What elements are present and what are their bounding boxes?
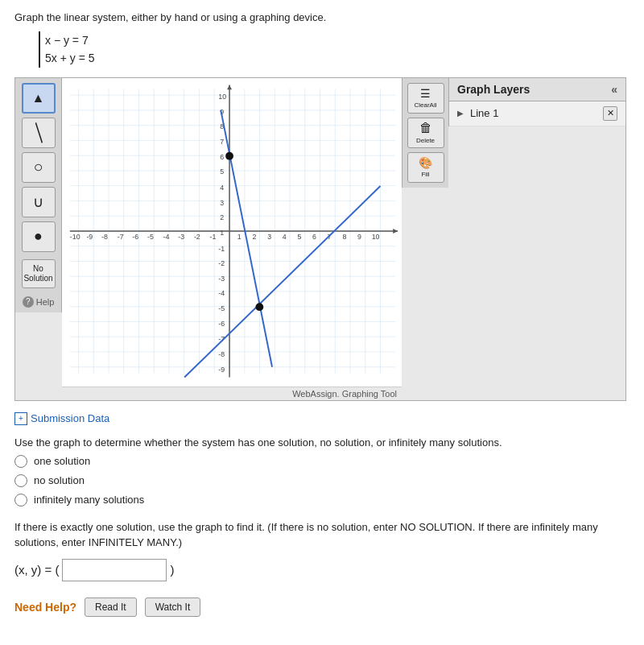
svg-text:5: 5 xyxy=(297,233,301,241)
graph-layers-header: Graph Layers « xyxy=(449,78,625,101)
line-icon: ╱ xyxy=(28,122,48,143)
svg-text:3: 3 xyxy=(267,233,271,241)
fill-button[interactable]: 🎨 Fill xyxy=(407,152,444,183)
svg-text:6: 6 xyxy=(312,233,316,241)
svg-marker-43 xyxy=(227,85,232,89)
submission-data-link[interactable]: + Submission Data xyxy=(14,412,630,425)
solution-question-prompt: Use the graph to determine whether the s… xyxy=(14,436,630,449)
svg-text:10: 10 xyxy=(372,233,380,241)
svg-text:2: 2 xyxy=(253,233,257,241)
line-eq1 xyxy=(184,186,380,377)
radio-infinitely-many-label: infinitely many solutions xyxy=(34,494,144,506)
svg-text:2: 2 xyxy=(220,213,224,221)
upper-point xyxy=(225,152,233,160)
radio-option-one-solution: one solution xyxy=(14,455,630,468)
help-link[interactable]: ? Help xyxy=(23,296,55,308)
svg-text:-1: -1 xyxy=(218,244,225,252)
xy-input-row: (x, y) = ( ) xyxy=(14,559,630,581)
watch-it-button[interactable]: Watch It xyxy=(145,597,201,617)
fill-icon: 🎨 xyxy=(419,156,432,169)
svg-text:3: 3 xyxy=(220,198,224,206)
radio-infinitely-many[interactable] xyxy=(14,494,27,506)
cursor-tool[interactable]: ▲ xyxy=(22,83,56,114)
radio-no-solution-label: no solution xyxy=(34,474,85,486)
svg-text:5: 5 xyxy=(220,167,224,176)
graph-svg[interactable]: -10 -9 -8 -7 -6 -5 -4 -3 -2 -1 1 2 3 4 5… xyxy=(62,78,402,384)
svg-text:8: 8 xyxy=(342,233,346,241)
svg-text:-2: -2 xyxy=(218,259,225,267)
svg-text:-4: -4 xyxy=(163,233,170,241)
solution-question-section: Use the graph to determine whether the s… xyxy=(14,436,630,506)
equation-2: 5x + y = 5 xyxy=(45,49,94,67)
help-text: Help xyxy=(36,297,55,307)
help-icon: ? xyxy=(23,296,34,308)
layer-item: ▶ Line 1 ✕ xyxy=(449,101,625,126)
delete-icon: 🗑 xyxy=(419,121,432,135)
xy-label: (x, y) = ( xyxy=(14,563,59,577)
clear-all-button[interactable]: ☰ ClearAll xyxy=(407,83,444,114)
svg-text:10: 10 xyxy=(218,93,226,101)
svg-text:1: 1 xyxy=(237,233,242,241)
clear-all-icon: ☰ xyxy=(420,87,431,100)
cursor-icon: ▲ xyxy=(32,91,45,105)
svg-text:-8: -8 xyxy=(218,350,225,358)
svg-text:6: 6 xyxy=(220,152,224,160)
circle-tool[interactable]: ○ xyxy=(22,152,56,183)
need-help-row: Need Help? Read It Watch It xyxy=(14,597,630,617)
graph-area[interactable]: -10 -9 -8 -7 -6 -5 -4 -3 -2 -1 1 2 3 4 5… xyxy=(62,78,402,400)
curve-tool[interactable]: ∪ xyxy=(22,187,56,217)
svg-text:-6: -6 xyxy=(218,320,225,328)
radio-option-no-solution: no solution xyxy=(14,474,630,487)
line-tool[interactable]: ╱ xyxy=(22,118,56,148)
layer-name: Line 1 xyxy=(470,107,597,119)
point-icon: ● xyxy=(34,228,43,245)
svg-text:-3: -3 xyxy=(218,275,225,283)
svg-text:-8: -8 xyxy=(101,233,108,241)
equation-1: x − y = 7 xyxy=(45,31,94,49)
read-it-button[interactable]: Read It xyxy=(85,597,137,617)
radio-one-solution-label: one solution xyxy=(34,455,90,467)
layer-close-button[interactable]: ✕ xyxy=(603,106,617,121)
svg-text:4: 4 xyxy=(220,184,224,192)
svg-text:-9: -9 xyxy=(86,233,93,241)
close-icon: ✕ xyxy=(607,108,614,118)
clear-all-label: ClearAll xyxy=(414,101,436,109)
right-panel: ☰ ClearAll 🗑 Delete 🎨 Fill xyxy=(402,78,448,188)
delete-button[interactable]: 🗑 Delete xyxy=(407,118,444,148)
need-help-label: Need Help? xyxy=(14,601,76,614)
svg-text:1: 1 xyxy=(220,229,224,237)
svg-marker-42 xyxy=(393,229,398,234)
svg-text:7: 7 xyxy=(220,138,224,146)
system-equations: x − y = 7 5x + y = 5 xyxy=(39,31,94,68)
layers-collapse-button[interactable]: « xyxy=(611,83,617,96)
point-tool[interactable]: ● xyxy=(22,221,56,252)
delete-label: Delete xyxy=(416,137,435,144)
svg-text:-3: -3 xyxy=(178,233,184,241)
no-solution-label: No Solution xyxy=(23,264,55,283)
solution-input-section: If there is exactly one solution, use th… xyxy=(14,519,630,581)
fill-label: Fill xyxy=(421,171,429,178)
svg-text:-9: -9 xyxy=(218,365,225,373)
no-solution-button[interactable]: No Solution xyxy=(22,259,56,288)
svg-text:-1: -1 xyxy=(210,233,217,241)
svg-text:-10: -10 xyxy=(70,233,80,241)
xy-input-field[interactable] xyxy=(62,559,167,581)
svg-text:-6: -6 xyxy=(132,233,138,241)
radio-no-solution[interactable] xyxy=(14,474,27,487)
solution-input-prompt: If there is exactly one solution, use th… xyxy=(14,519,630,551)
layer-expand-arrow[interactable]: ▶ xyxy=(457,109,464,118)
curve-icon: ∪ xyxy=(33,193,43,211)
graph-layers-panel: Graph Layers « ▶ Line 1 ✕ xyxy=(448,78,625,126)
svg-text:-5: -5 xyxy=(147,233,154,241)
svg-text:-4: -4 xyxy=(218,289,225,297)
problem-instruction: Graph the linear system, either by hand … xyxy=(14,11,630,23)
svg-text:4: 4 xyxy=(283,233,287,241)
radio-option-infinitely-many: infinitely many solutions xyxy=(14,494,630,506)
graph-credit: WebAssign. Graphing Tool xyxy=(62,387,402,400)
close-paren: ) xyxy=(170,563,174,577)
left-toolbar: ▲ ╱ ○ ∪ ● No Solution ? Help xyxy=(15,78,62,312)
circle-icon: ○ xyxy=(33,158,43,176)
svg-text:-2: -2 xyxy=(194,233,200,241)
svg-text:-5: -5 xyxy=(218,304,225,312)
radio-one-solution[interactable] xyxy=(14,455,27,468)
